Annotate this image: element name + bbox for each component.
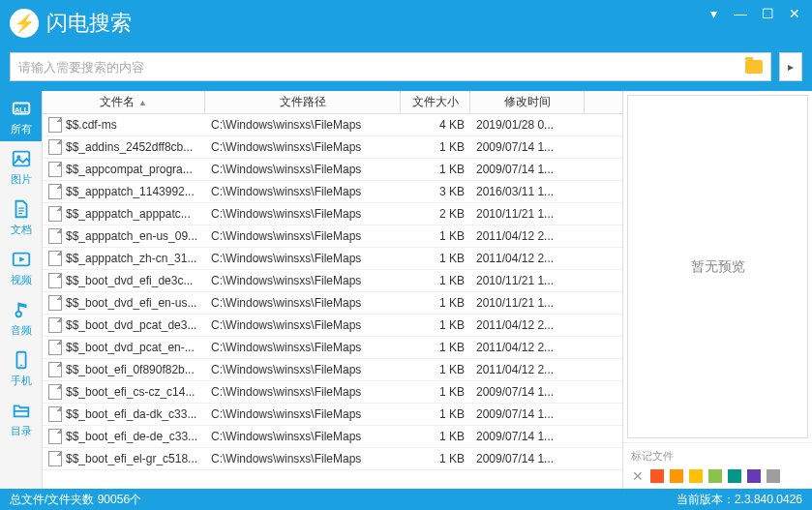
- header-size[interactable]: 文件大小: [401, 91, 470, 113]
- cell-path: C:\Windows\winsxs\FileMaps: [205, 452, 401, 465]
- sidebar-item-audio[interactable]: 音频: [0, 292, 42, 343]
- svg-point-5: [15, 311, 21, 316]
- cell-name: $$_boot_efi_0f890f82b...: [43, 362, 205, 377]
- cell-path: C:\Windows\winsxs\FileMaps: [205, 140, 401, 154]
- cell-path: C:\Windows\winsxs\FileMaps: [205, 229, 401, 243]
- tag-section: 标记文件 ✕: [623, 442, 812, 489]
- cell-date: 2011/04/12 2...: [470, 318, 585, 332]
- tag-color[interactable]: [728, 469, 741, 483]
- table-row[interactable]: $$_boot_efi_el-gr_c518...C:\Windows\wins…: [43, 448, 622, 470]
- sidebar-item-folder[interactable]: 目录: [0, 393, 42, 443]
- folder-icon[interactable]: [745, 60, 763, 74]
- sidebar-item-phone[interactable]: 手机: [0, 343, 42, 393]
- tag-clear[interactable]: ✕: [631, 469, 645, 483]
- audio-icon: [10, 298, 33, 321]
- table-row[interactable]: $$_boot_dvd_efi_de3c...C:\Windows\winsxs…: [43, 270, 622, 292]
- titlebar: ⚡ 闪电搜索 ▾ — ☐ ✕: [0, 0, 812, 46]
- cell-date: 2011/04/12 2...: [470, 341, 585, 354]
- app-title: 闪电搜索: [46, 9, 132, 38]
- svg-point-7: [20, 364, 22, 366]
- file-list-area: 文件名▲ 文件路径 文件大小 修改时间 $$.cdf-msC:\Windows\…: [43, 91, 623, 489]
- file-icon: [48, 406, 62, 422]
- cell-path: C:\Windows\winsxs\FileMaps: [205, 185, 401, 198]
- svg-text:ALL: ALL: [14, 105, 28, 113]
- cell-size: 1 KB: [401, 296, 470, 310]
- minimize-button[interactable]: —: [731, 4, 750, 23]
- tag-color[interactable]: [670, 469, 683, 483]
- table-row[interactable]: $$_boot_dvd_efi_en-us...C:\Windows\winsx…: [43, 292, 622, 315]
- sidebar-item-image[interactable]: 图片: [0, 141, 42, 192]
- tag-color[interactable]: [650, 469, 664, 483]
- maximize-button[interactable]: ☐: [758, 4, 777, 23]
- cell-size: 2 KB: [401, 207, 470, 221]
- table-row[interactable]: $$_boot_efi_da-dk_c33...C:\Windows\winsx…: [43, 404, 622, 426]
- app-logo: ⚡: [10, 9, 39, 38]
- cell-date: 2011/04/12 2...: [470, 363, 585, 376]
- cell-size: 1 KB: [401, 385, 470, 399]
- table-row[interactable]: $$_apppatch_zh-cn_31...C:\Windows\winsxs…: [43, 248, 622, 270]
- close-button[interactable]: ✕: [785, 4, 804, 23]
- table-row[interactable]: $$_apppatch_en-us_09...C:\Windows\winsxs…: [43, 225, 622, 248]
- cell-path: C:\Windows\winsxs\FileMaps: [205, 407, 401, 421]
- phone-icon: [10, 348, 33, 372]
- tag-color[interactable]: [767, 469, 780, 483]
- main: ALL所有图片文档视频音频手机目录 文件名▲ 文件路径 文件大小 修改时间 $$…: [0, 91, 812, 489]
- cell-name: $$_boot_efi_de-de_c33...: [43, 429, 205, 444]
- sidebar-item-label: 视频: [11, 273, 32, 287]
- cell-size: 1 KB: [401, 274, 470, 287]
- cell-name: $$_apppatch_zh-cn_31...: [43, 251, 205, 266]
- cell-date: 2009/07/14 1...: [470, 452, 585, 465]
- table-row[interactable]: $$_apppatch_1143992...C:\Windows\winsxs\…: [43, 181, 622, 203]
- table-row[interactable]: $$_appcompat_progra...C:\Windows\winsxs\…: [43, 159, 622, 181]
- dropdown-button[interactable]: ▾: [704, 4, 723, 23]
- file-icon: [48, 317, 62, 333]
- preview-panel: 暂无预览 标记文件 ✕: [623, 91, 812, 489]
- tag-color[interactable]: [689, 469, 703, 483]
- search-dropdown-button[interactable]: ▸: [779, 52, 802, 81]
- cell-name: $$_boot_dvd_efi_de3c...: [43, 273, 205, 288]
- file-rows[interactable]: $$.cdf-msC:\Windows\winsxs\FileMaps4 KB2…: [43, 114, 622, 489]
- cell-date: 2009/07/14 1...: [470, 407, 585, 421]
- file-icon: [48, 295, 62, 311]
- table-row[interactable]: $$_boot_efi_cs-cz_c14...C:\Windows\winsx…: [43, 381, 622, 404]
- cell-path: C:\Windows\winsxs\FileMaps: [205, 430, 401, 443]
- sort-arrow-icon: ▲: [138, 98, 147, 107]
- sidebar: ALL所有图片文档视频音频手机目录: [0, 91, 43, 489]
- file-icon: [48, 251, 62, 266]
- tag-colors: ✕: [631, 469, 804, 483]
- tag-color[interactable]: [708, 469, 722, 483]
- table-row[interactable]: $$_boot_dvd_pcat_de3...C:\Windows\winsxs…: [43, 315, 622, 337]
- header-date[interactable]: 修改时间: [470, 91, 585, 113]
- cell-name: $$_apppatch_apppatc...: [43, 206, 205, 222]
- file-icon: [48, 429, 62, 444]
- cell-path: C:\Windows\winsxs\FileMaps: [205, 274, 401, 287]
- sidebar-item-video[interactable]: 视频: [0, 242, 42, 292]
- tag-label: 标记文件: [631, 449, 804, 464]
- table-row[interactable]: $$_boot_dvd_pcat_en-...C:\Windows\winsxs…: [43, 337, 622, 359]
- window-controls: ▾ — ☐ ✕: [704, 4, 804, 23]
- cell-path: C:\Windows\winsxs\FileMaps: [205, 318, 401, 332]
- cell-path: C:\Windows\winsxs\FileMaps: [205, 118, 401, 132]
- cell-path: C:\Windows\winsxs\FileMaps: [205, 163, 401, 176]
- table-row[interactable]: $$_boot_efi_de-de_c33...C:\Windows\winsx…: [43, 426, 622, 448]
- table-row[interactable]: $$_apppatch_apppatc...C:\Windows\winsxs\…: [43, 203, 622, 225]
- table-row[interactable]: $$_addins_2452dff8cb...C:\Windows\winsxs…: [43, 136, 622, 159]
- cell-date: 2010/11/21 1...: [470, 207, 585, 221]
- cell-path: C:\Windows\winsxs\FileMaps: [205, 296, 401, 310]
- header-name[interactable]: 文件名▲: [43, 91, 205, 113]
- header-path[interactable]: 文件路径: [205, 91, 401, 113]
- tag-color[interactable]: [747, 469, 761, 483]
- sidebar-item-all[interactable]: ALL所有: [0, 91, 42, 141]
- cell-name: $$_boot_efi_da-dk_c33...: [43, 406, 205, 422]
- image-icon: [10, 147, 33, 170]
- cell-size: 4 KB: [401, 118, 470, 132]
- table-row[interactable]: $$_boot_efi_0f890f82b...C:\Windows\winsx…: [43, 359, 622, 381]
- file-icon: [48, 273, 62, 288]
- sidebar-item-label: 所有: [11, 122, 32, 136]
- cell-size: 1 KB: [401, 430, 470, 443]
- sidebar-item-doc[interactable]: 文档: [0, 192, 42, 242]
- search-input[interactable]: [18, 60, 739, 75]
- file-icon: [48, 340, 62, 355]
- cell-path: C:\Windows\winsxs\FileMaps: [205, 207, 401, 221]
- table-row[interactable]: $$.cdf-msC:\Windows\winsxs\FileMaps4 KB2…: [43, 114, 622, 136]
